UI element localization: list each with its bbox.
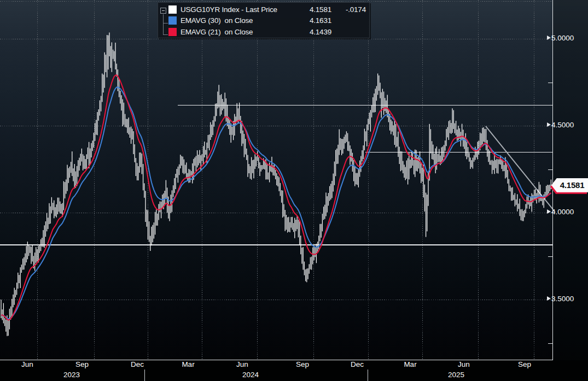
x-axis-month-label: Mar — [182, 360, 194, 368]
x-axis-month-label: Sep — [518, 360, 531, 368]
y-axis-label-5: 5.0000 — [547, 34, 574, 42]
tick-arrow-icon — [547, 296, 551, 301]
legend-label: EMAVG (21) on Close — [181, 28, 299, 36]
legend-tree-line — [163, 14, 164, 34]
legend-label: EMAVG (30) on Close — [181, 16, 299, 25]
price-bars — [1, 33, 551, 336]
legend-change: -.0174 — [335, 5, 366, 14]
tick-arrow-icon — [547, 122, 551, 127]
ema21-line — [1, 75, 551, 320]
x-axis-month-label: Mar — [404, 360, 416, 368]
x-axis-month-label: Dec — [351, 360, 364, 368]
legend-item-last-price[interactable]: USGG10YR Index - Last Price 4.1581 -.017… — [158, 4, 366, 15]
chart-legend[interactable]: USGG10YR Index - Last Price 4.1581 -.017… — [158, 2, 370, 38]
x-axis-month-label: Jun — [458, 360, 470, 368]
legend-label: USGG10YR Index - Last Price — [181, 5, 299, 14]
tick-arrow-icon — [547, 209, 551, 214]
x-axis-month-label: Jun — [236, 360, 248, 368]
legend-item-emavg30[interactable]: EMAVG (30) on Close 4.1631 — [158, 15, 366, 27]
legend-value: 4.1631 — [303, 16, 331, 25]
legend-value: 4.1581 — [303, 5, 331, 14]
ema30-line — [1, 87, 551, 319]
x-axis-month-label: Jun — [21, 360, 33, 368]
x-axis-month-label: Sep — [296, 360, 309, 368]
x-axis-year-label: 2023 — [63, 371, 80, 379]
last-price-tag[interactable]: 4.1581 — [551, 178, 588, 192]
year-divider-line — [144, 370, 145, 381]
axis-ticks — [1, 83, 552, 364]
legend-value: 4.1439 — [303, 28, 331, 36]
series-swatch-blue — [168, 16, 177, 25]
legend-tree-stub — [163, 34, 168, 35]
collapse-icon[interactable] — [160, 8, 166, 14]
bloomberg-chart-window: USGG10YR Index - Last Price 4.1581 -.017… — [0, 0, 588, 381]
last-price-tag-value: 4.1581 — [551, 178, 588, 192]
support-resistance-lines — [0, 105, 552, 245]
price-chart-canvas[interactable] — [0, 0, 588, 381]
tick-arrow-icon — [547, 36, 551, 40]
x-axis-month-label: Dec — [131, 360, 144, 368]
series-swatch-red — [168, 28, 177, 36]
series-swatch-white — [168, 5, 177, 14]
x-axis-month-label: Sep — [75, 360, 89, 368]
legend-item-emavg21[interactable]: EMAVG (21) on Close 4.1439 — [158, 26, 366, 38]
year-divider-line — [368, 370, 368, 381]
y-axis-label-4-5: 4.5000 — [547, 121, 574, 129]
x-axis-year-label: 2024 — [242, 371, 259, 379]
gridlines — [0, 0, 552, 360]
x-axis-year-label: 2025 — [448, 371, 464, 379]
y-axis-label-4: 4.0000 — [547, 208, 574, 216]
y-axis-label-3-5: 3.5000 — [547, 295, 574, 303]
legend-tree-stub — [163, 23, 168, 24]
